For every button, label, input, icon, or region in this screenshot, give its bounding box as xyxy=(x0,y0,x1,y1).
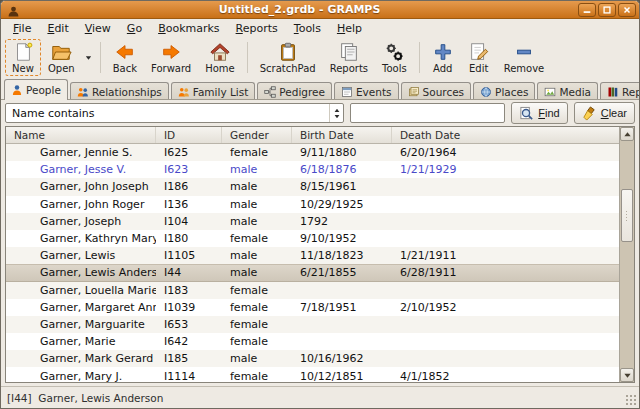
new-document-icon xyxy=(12,41,34,63)
tab-sources[interactable]: Sources xyxy=(401,82,472,100)
scrollbar-up-button[interactable] xyxy=(620,127,634,141)
column-header-name[interactable]: Name xyxy=(6,127,156,143)
maximize-button[interactable] xyxy=(598,3,616,17)
menu-item-edit[interactable]: Edit xyxy=(39,20,76,37)
column-header-id[interactable]: ID xyxy=(156,127,222,143)
new-button[interactable]: New xyxy=(5,39,41,76)
cell-name: Garner, Lewis xyxy=(6,249,156,262)
menu-item-reports[interactable]: Reports xyxy=(228,20,286,37)
table-row[interactable]: Garner, MarguariteI653female xyxy=(6,316,619,333)
reports-button[interactable]: Reports xyxy=(323,39,375,76)
table-row[interactable]: Garner, Jennie S.I625female9/11/18806/20… xyxy=(6,144,619,161)
table-row[interactable]: Garner, John JosephI186male8/15/1961 xyxy=(6,178,619,195)
table-row[interactable]: Garner, Louella MarieI183female xyxy=(6,282,619,299)
toolbar-button-label: Edit xyxy=(469,63,488,74)
minimize-button[interactable] xyxy=(578,3,596,17)
titlebar[interactable]: Untitled_2.grdb - GRAMPS xyxy=(1,1,639,19)
remove-button[interactable]: Remove xyxy=(497,39,552,76)
column-header-gender[interactable]: Gender xyxy=(222,127,292,143)
statusbar: [I44] Garner, Lewis Anderson xyxy=(1,386,639,408)
open-button[interactable]: Open xyxy=(41,39,82,76)
cell-gender: male xyxy=(222,198,292,211)
tab-relationships[interactable]: Relationships xyxy=(70,82,169,100)
tab-repositories[interactable]: Repositories xyxy=(600,82,640,100)
tab-people[interactable]: People xyxy=(4,79,68,100)
add-button[interactable]: Add xyxy=(425,39,461,76)
cell-name: Garner, Joseph xyxy=(6,215,156,228)
cell-name: Garner, Marguarite xyxy=(6,318,156,331)
add-plus-icon xyxy=(432,41,454,63)
toolbar-button-label: Tools xyxy=(382,63,407,74)
tab-family-list[interactable]: Family List xyxy=(171,82,255,100)
places-icon xyxy=(480,86,492,98)
cell-gender: female xyxy=(222,370,292,382)
events-icon xyxy=(341,86,353,98)
menu-item-file[interactable]: File xyxy=(5,20,39,37)
relationships-icon xyxy=(77,86,89,98)
table-row[interactable]: Garner, Mary J.I1114female10/12/18514/1/… xyxy=(6,367,619,382)
edit-button[interactable]: Edit xyxy=(461,39,497,76)
table-row[interactable]: Garner, Lewis AndersonI44male6/21/18556/… xyxy=(6,264,619,281)
toolbar-button-label: ScratchPad xyxy=(260,63,316,74)
menubar: FileEditViewGoBookmarksReportsToolsHelp xyxy=(1,19,639,37)
table-row[interactable]: Garner, JosephI104male1792 xyxy=(6,213,619,230)
scratchpad-button[interactable]: ScratchPad xyxy=(253,39,323,76)
column-header-death-date[interactable]: Death Date xyxy=(392,127,619,143)
toolbar-button-label: Back xyxy=(113,63,137,74)
reports-icon xyxy=(338,41,360,63)
cell-gender: male xyxy=(222,266,292,279)
menu-item-help[interactable]: Help xyxy=(329,20,370,37)
vertical-scrollbar[interactable] xyxy=(619,127,634,382)
table-row[interactable]: Garner, LewisI1105male11/18/18231/21/191… xyxy=(6,247,619,264)
table-row[interactable]: Garner, Margaret AnnI1039female7/18/1951… xyxy=(6,299,619,316)
tab-media[interactable]: Media xyxy=(537,82,598,100)
scrollbar-thumb[interactable] xyxy=(621,189,633,242)
forward-button[interactable]: Forward xyxy=(144,39,198,76)
home-button[interactable]: Home xyxy=(198,39,242,76)
find-button[interactable]: Find xyxy=(511,102,567,124)
table-row[interactable]: Garner, John RogerI136male10/29/1925 xyxy=(6,196,619,213)
resize-grip[interactable] xyxy=(625,394,637,406)
tab-events[interactable]: Events xyxy=(334,82,399,100)
search-input[interactable] xyxy=(350,103,505,123)
filter-field-select[interactable]: Name contains xyxy=(5,103,344,123)
close-button[interactable] xyxy=(618,3,636,17)
toolbar: NewOpenBackForwardHomeScratchPadReportsT… xyxy=(1,37,639,78)
edit-pencil-icon xyxy=(468,41,490,63)
table-row[interactable]: Garner, Kathryn MaryI180female9/10/1952 xyxy=(6,230,619,247)
forward-arrow-icon xyxy=(160,41,182,63)
cell-name: Garner, Lewis Anderson xyxy=(6,266,156,279)
tab-label: Events xyxy=(356,86,392,98)
cell-name: Garner, Jennie S. xyxy=(6,146,156,159)
menu-item-go[interactable]: Go xyxy=(119,20,150,37)
tools-button[interactable]: Tools xyxy=(375,39,414,76)
tab-pedigree[interactable]: Pedigree xyxy=(257,82,332,100)
close-icon xyxy=(622,5,632,15)
tab-label: Pedigree xyxy=(279,86,325,98)
table-row[interactable]: Garner, Mark GerardI185male10/16/1962 xyxy=(6,350,619,367)
back-button[interactable]: Back xyxy=(106,39,144,76)
menu-item-bookmarks[interactable]: Bookmarks xyxy=(150,20,227,37)
cell-id: I186 xyxy=(156,180,222,193)
tab-label: Family List xyxy=(193,86,248,98)
tab-places[interactable]: Places xyxy=(473,82,535,100)
open-dropdown-button[interactable] xyxy=(82,39,95,76)
combo-spinner-icon[interactable] xyxy=(329,104,343,122)
clear-button[interactable]: Clear xyxy=(574,102,635,124)
menu-item-tools[interactable]: Tools xyxy=(286,20,329,37)
gramps-window-icon[interactable] xyxy=(7,3,20,16)
table-row[interactable]: Garner, MarieI642female xyxy=(6,333,619,350)
gramps-window: Untitled_2.grdb - GRAMPS FileEditViewGoB… xyxy=(0,0,640,409)
menu-item-view[interactable]: View xyxy=(77,20,119,37)
scrollbar-down-button[interactable] xyxy=(620,368,634,382)
table-body: Garner, Jennie S.I625female9/11/18806/20… xyxy=(6,144,619,382)
sources-icon xyxy=(408,86,420,98)
people-table: Name ID Gender Birth Date Death Date Gar… xyxy=(5,126,635,383)
tab-label: Repositories xyxy=(622,86,640,98)
cell-name: Garner, John Roger xyxy=(6,198,156,211)
table-row[interactable]: Garner, Jesse V.I623male6/18/18761/21/19… xyxy=(6,161,619,178)
cell-id: I1105 xyxy=(156,249,222,262)
column-header-birth-date[interactable]: Birth Date xyxy=(292,127,392,143)
cell-id: I136 xyxy=(156,198,222,211)
cell-death: 1/21/1929 xyxy=(392,163,619,176)
